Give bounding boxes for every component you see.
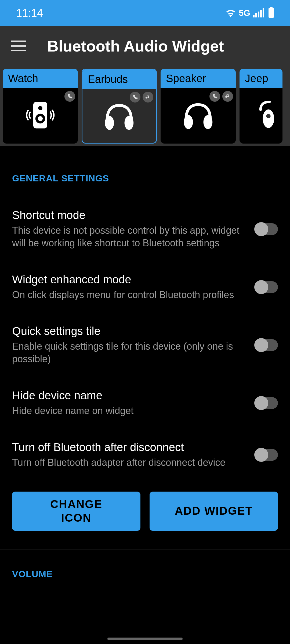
nav-handle[interactable] — [107, 638, 183, 640]
setting-title: Shortcut mode — [12, 209, 244, 222]
status-indicators: 5G — [225, 8, 274, 18]
toggle-switch[interactable] — [255, 223, 278, 235]
svg-point-9 — [266, 114, 271, 118]
add-widget-button[interactable]: ADD WIDGET — [150, 492, 278, 531]
setting-title: Hide device name — [12, 389, 244, 402]
setting-shortcut-mode[interactable]: Shortcut mode This device is not possibl… — [12, 197, 278, 261]
svg-point-6 — [184, 115, 193, 129]
device-name-label: Earbuds — [82, 69, 156, 89]
device-card-watch[interactable]: Watch — [3, 69, 78, 144]
headset-icon — [256, 99, 280, 131]
device-card-earbuds[interactable]: Earbuds — [82, 69, 157, 144]
setting-desc: This device is not possible control by t… — [12, 224, 244, 250]
network-type: 5G — [239, 8, 250, 18]
button-label: ADD WIDGET — [175, 504, 253, 518]
device-card-speaker[interactable]: Speaker — [161, 69, 236, 144]
headphones-icon — [102, 100, 137, 132]
speaker-icon — [23, 98, 58, 133]
general-settings-header: GENERAL SETTINGS — [12, 173, 278, 184]
call-icon — [130, 92, 140, 103]
toggle-switch[interactable] — [255, 449, 278, 461]
call-icon — [209, 91, 220, 102]
headphones-icon — [181, 99, 216, 131]
app-bar: Bluetooth Audio Widget — [0, 26, 290, 66]
svg-point-5 — [125, 116, 134, 130]
app-title: Bluetooth Audio Widget — [47, 37, 224, 55]
wifi-icon — [225, 9, 236, 17]
music-icon — [143, 92, 153, 103]
status-bar: 11:14 5G — [0, 0, 290, 26]
svg-point-3 — [38, 116, 43, 121]
svg-point-7 — [204, 115, 213, 129]
svg-point-1 — [38, 106, 42, 110]
device-name-label: Speaker — [161, 69, 236, 88]
setting-quick-tile[interactable]: Quick settings tile Enable quick setting… — [12, 313, 278, 377]
setting-widget-enhanced[interactable]: Widget enhanced mode On click displays m… — [12, 261, 278, 313]
status-time: 11:14 — [16, 7, 43, 19]
toggle-switch[interactable] — [255, 339, 278, 351]
call-icon — [64, 91, 75, 102]
setting-desc: Enable quick settings tile for this devi… — [12, 340, 244, 365]
svg-point-8 — [263, 109, 274, 128]
device-list[interactable]: Watch Earbuds — [0, 66, 290, 146]
setting-turn-off-bt[interactable]: Turn off Bluetooth after disconnect Turn… — [12, 429, 278, 481]
signal-icon — [253, 8, 264, 17]
setting-desc: Turn off Bluetooth adapter after disconn… — [12, 456, 244, 469]
divider — [0, 550, 290, 550]
device-name-label: Jeep — [240, 69, 282, 88]
setting-title: Quick settings tile — [12, 325, 244, 338]
battery-icon — [269, 8, 274, 18]
setting-hide-name[interactable]: Hide device name Hide device name on wid… — [12, 377, 278, 429]
settings-content[interactable]: GENERAL SETTINGS Shortcut mode This devi… — [0, 146, 290, 579]
button-label: CHANGE ICON — [44, 497, 108, 525]
device-card-jeep[interactable]: Jeep — [240, 69, 282, 144]
change-icon-button[interactable]: CHANGE ICON — [12, 492, 140, 531]
svg-point-4 — [105, 116, 114, 130]
music-icon — [222, 91, 233, 102]
setting-title: Widget enhanced mode — [12, 273, 244, 286]
menu-icon[interactable] — [11, 41, 26, 51]
toggle-switch[interactable] — [255, 281, 278, 293]
toggle-switch[interactable] — [255, 397, 278, 409]
setting-title: Turn off Bluetooth after disconnect — [12, 441, 244, 454]
setting-desc: On click displays menu for control Bluet… — [12, 289, 244, 301]
device-name-label: Watch — [3, 69, 78, 88]
volume-header: VOLUME — [12, 569, 278, 579]
setting-desc: Hide device name on widget — [12, 405, 244, 417]
